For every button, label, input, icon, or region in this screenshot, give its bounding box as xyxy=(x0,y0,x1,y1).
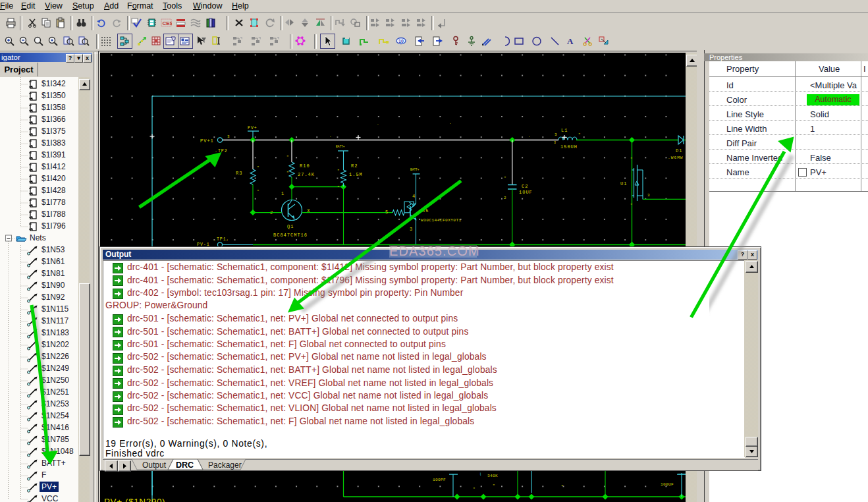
svg-text:150UH: 150UH xyxy=(560,144,578,150)
svg-text:Output: Output xyxy=(142,460,167,470)
svg-text:U1: U1 xyxy=(620,181,627,186)
svg-text:Packager: Packager xyxy=(208,460,242,470)
svg-text:": " xyxy=(493,484,496,488)
svg-text:": " xyxy=(337,185,340,190)
svg-text:R10: R10 xyxy=(300,163,310,169)
svg-text:": " xyxy=(257,165,260,170)
svg-text:D1: D1 xyxy=(676,148,682,153)
svg-text:": " xyxy=(504,176,507,181)
svg-text:": " xyxy=(257,189,260,194)
svg-text:": " xyxy=(473,487,476,491)
svg-text:": " xyxy=(561,484,564,489)
svg-text:A: A xyxy=(567,36,574,46)
svg-text:BATT+: BATT+ xyxy=(410,168,420,171)
svg-text:⌇: ⌇ xyxy=(479,472,482,477)
svg-text:.TP2: .TP2 xyxy=(215,149,228,153)
svg-text:1.5M: 1.5M xyxy=(349,172,363,177)
svg-text:3: 3 xyxy=(555,132,558,137)
svg-text:R3: R3 xyxy=(236,171,242,176)
svg-text:10UF: 10UF xyxy=(519,190,533,195)
svg-text:340K: 340K xyxy=(487,474,498,478)
svg-text:10: 10 xyxy=(398,39,404,43)
svg-text:": " xyxy=(337,169,340,173)
svg-text:": " xyxy=(286,171,290,175)
svg-text:.TP1,: .TP1, xyxy=(213,237,230,242)
svg-text:27.4K: 27.4K xyxy=(298,172,315,177)
svg-text:DRC: DRC xyxy=(176,460,194,470)
svg-text:.: . xyxy=(528,134,531,138)
svg-text:100PF: 100PF xyxy=(433,478,446,482)
svg-text:W30C144CF0XY0T1: W30C144CF0XY0T1 xyxy=(421,218,462,223)
svg-text:BC847CMT16: BC847CMT16 xyxy=(273,233,308,238)
svg-text:Q1: Q1 xyxy=(287,224,294,229)
svg-text:CES: CES xyxy=(163,20,173,26)
svg-text:5: 5 xyxy=(385,209,389,215)
svg-text:.: . xyxy=(377,122,380,126)
svg-text:R2: R2 xyxy=(351,163,358,169)
svg-text:3: 3 xyxy=(554,141,556,145)
svg-text:4: 4 xyxy=(412,194,416,199)
svg-text:.W6MW: .W6MW xyxy=(668,155,684,160)
svg-text:PV+: PV+ xyxy=(248,126,258,130)
svg-text:C2: C2 xyxy=(522,184,528,189)
svg-text:PV+ ($1N290): PV+ ($1N290) xyxy=(104,497,165,502)
svg-text:1: 1 xyxy=(281,191,285,196)
svg-text:": " xyxy=(578,132,582,137)
svg-text:": " xyxy=(630,203,634,208)
svg-text:.: . xyxy=(329,134,333,138)
svg-text:100UF: 100UF xyxy=(661,482,674,487)
svg-text:.: . xyxy=(449,121,452,125)
svg-text:BATT+: BATT+ xyxy=(336,145,345,148)
svg-text:": " xyxy=(630,157,634,161)
svg-text:PV+1: PV+1 xyxy=(200,138,214,144)
svg-text:3: 3 xyxy=(647,193,651,198)
svg-text:3: 3 xyxy=(227,134,231,139)
svg-text:2: 2 xyxy=(504,196,507,200)
svg-text:": " xyxy=(286,155,290,159)
svg-text:3: 3 xyxy=(410,227,413,232)
svg-text:R5: R5 xyxy=(422,208,429,213)
svg-text:L1: L1 xyxy=(561,128,568,133)
